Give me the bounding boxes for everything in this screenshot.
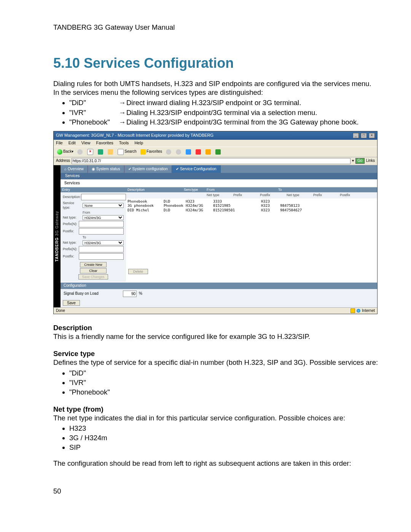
forward-icon bbox=[77, 149, 83, 155]
th-description: Description bbox=[126, 187, 182, 192]
menu-help[interactable]: Help bbox=[134, 141, 143, 145]
th-to: To bbox=[277, 187, 348, 192]
sub-to: To bbox=[83, 235, 124, 240]
list-item: "Phonebook" bbox=[69, 388, 379, 396]
tab-system-config[interactable]: ✔ System configuration bbox=[124, 165, 172, 173]
tab-system-status[interactable]: ◉ System status bbox=[88, 165, 124, 173]
closing-text: The configuration should be read from le… bbox=[53, 459, 379, 468]
toolbar-extra[interactable] bbox=[204, 149, 213, 155]
table-row[interactable]: DID MichelDiD H324m/3G0152198501 H323984… bbox=[127, 208, 376, 212]
brand-sidebar: TANDBERG 3G Gateway bbox=[54, 165, 61, 307]
intro-text: Dialing rules for both UMTS handsets, H.… bbox=[53, 79, 379, 97]
toolbar: Back ▾ × Search Favorites bbox=[54, 147, 377, 157]
lock-icon bbox=[350, 308, 355, 313]
tab-service-config[interactable]: ✔ Service Configuration bbox=[172, 165, 221, 173]
window-buttons: _ □ × bbox=[352, 133, 375, 138]
toolbar-extra[interactable] bbox=[214, 149, 223, 155]
sth-postfix: Postfix bbox=[338, 193, 365, 198]
lbl-postfix-to: Postfix: bbox=[63, 254, 79, 259]
main-pane: ⌂ Overview ◉ System status ✔ System conf… bbox=[61, 165, 377, 307]
tab-overview[interactable]: ⌂ Overview bbox=[61, 165, 88, 173]
save-button[interactable]: Save bbox=[63, 300, 80, 306]
svc-desc: Dialing H.323/SIP endpoint/3G terminal f… bbox=[126, 118, 379, 126]
table-row[interactable]: PhonebookDiD H3233333 H323 bbox=[127, 199, 376, 204]
table-rows: PhonebookDiD H3233333 H323 3G phonebookP… bbox=[126, 198, 377, 214]
type-text: Defines the type of service for a specif… bbox=[53, 358, 379, 367]
refresh-button[interactable] bbox=[97, 149, 105, 155]
svc-key: "IVR" bbox=[69, 108, 119, 117]
input-signal-busy[interactable] bbox=[123, 291, 137, 297]
lbl-nettype-to: Net type: bbox=[63, 241, 83, 245]
minimize-button[interactable]: _ bbox=[353, 133, 359, 138]
select-nettype-from[interactable]: H324m/3G bbox=[83, 215, 124, 220]
list-item: 3G / H324m bbox=[69, 433, 379, 442]
forward-button[interactable] bbox=[76, 149, 84, 155]
menu-edit[interactable]: Edit bbox=[68, 141, 76, 145]
svc-key: "DiD" bbox=[69, 98, 119, 107]
menu-tools[interactable]: Tools bbox=[119, 141, 129, 145]
th-from: From bbox=[205, 187, 277, 192]
clear-button[interactable]: Clear bbox=[80, 268, 107, 273]
toolbar-extra[interactable] bbox=[194, 149, 203, 155]
links-label[interactable]: Links bbox=[366, 158, 375, 163]
menu-file[interactable]: File bbox=[56, 141, 63, 145]
save-row: Save bbox=[61, 299, 377, 307]
browser-window: GW Management: 3GGW_NL7 - Microsoft Inte… bbox=[53, 131, 378, 314]
home-button[interactable] bbox=[107, 149, 115, 155]
table-subheader: Net type Prefix Postfix Net type Prefix … bbox=[126, 192, 377, 198]
address-input[interactable] bbox=[72, 158, 351, 164]
toolbar-extra[interactable] bbox=[175, 149, 183, 155]
zone-text: Internet bbox=[362, 308, 375, 313]
maximize-button[interactable]: □ bbox=[361, 133, 367, 138]
go-button[interactable]: Go bbox=[355, 158, 364, 164]
toolbar-extra[interactable] bbox=[165, 149, 173, 155]
input-postfix-to[interactable] bbox=[79, 253, 124, 260]
mail-icon bbox=[186, 149, 191, 155]
unit-percent: % bbox=[139, 291, 142, 296]
select-service-type[interactable]: None bbox=[83, 203, 124, 208]
select-nettype-to[interactable]: H324m/3G bbox=[83, 240, 124, 245]
lbl-description: Description: bbox=[63, 195, 81, 199]
sub-nav[interactable]: Services bbox=[61, 173, 377, 179]
arrow-icon: → bbox=[119, 98, 126, 107]
lbl-signal-busy: Signal Busy on Load bbox=[64, 291, 121, 296]
configuration-header: Configuration bbox=[61, 283, 377, 289]
search-button[interactable]: Search bbox=[116, 149, 138, 155]
discuss-icon bbox=[215, 149, 221, 155]
globe-icon bbox=[357, 309, 360, 313]
star-icon bbox=[140, 149, 146, 155]
address-dropdown[interactable]: ▾ bbox=[352, 158, 354, 163]
form-buttons: Create New Clear Save Changes bbox=[63, 262, 124, 280]
edit-icon bbox=[206, 149, 211, 155]
stop-button[interactable]: × bbox=[86, 149, 95, 155]
running-header: TANDBERG 3G Gateway User Manual bbox=[53, 23, 379, 32]
back-button[interactable]: Back ▾ bbox=[56, 149, 75, 155]
page: TANDBERG 3G Gateway User Manual 5.10 Ser… bbox=[0, 0, 411, 511]
input-prefix-from[interactable] bbox=[79, 221, 124, 227]
configuration-row: Signal Busy on Load % bbox=[61, 289, 377, 299]
input-description[interactable] bbox=[81, 194, 126, 200]
sth-nettype: Net type bbox=[285, 193, 312, 198]
create-new-button[interactable]: Create New bbox=[80, 262, 107, 267]
toolbar-extra[interactable] bbox=[185, 149, 193, 155]
input-postfix-from[interactable] bbox=[79, 228, 124, 235]
favorites-button[interactable]: Favorites bbox=[139, 149, 163, 155]
services-table: Description Serv.type From To Net type P… bbox=[126, 187, 377, 282]
desc-text: This is a friendly name for the service … bbox=[53, 332, 379, 341]
type-list: "DiD" "IVR" "Phonebook" bbox=[53, 369, 379, 396]
list-item: H323 bbox=[69, 424, 379, 433]
close-button[interactable]: × bbox=[369, 133, 375, 138]
nettype-list: H323 3G / H324m SIP bbox=[53, 424, 379, 452]
delete-button[interactable]: Delete bbox=[128, 269, 148, 274]
input-prefix-to[interactable] bbox=[79, 246, 124, 252]
stop-icon: × bbox=[87, 149, 93, 155]
sth-prefix: Prefix bbox=[312, 193, 338, 198]
nettype-heading: Net type (from) bbox=[53, 405, 379, 414]
table-row[interactable]: 3G phonebookPhonebook H324m/3G01521985 H… bbox=[127, 203, 376, 208]
th-servtype: Serv.type bbox=[182, 187, 205, 192]
menu-view[interactable]: View bbox=[81, 141, 91, 145]
lbl-prefix-to: Prefix(N): bbox=[63, 247, 79, 251]
menu-favorites[interactable]: Favorites bbox=[96, 141, 113, 145]
save-changes-button[interactable]: Save Changes bbox=[78, 274, 108, 280]
svc-desc: Dialing H.323/SIP endpoint/3G terminal v… bbox=[126, 108, 379, 117]
